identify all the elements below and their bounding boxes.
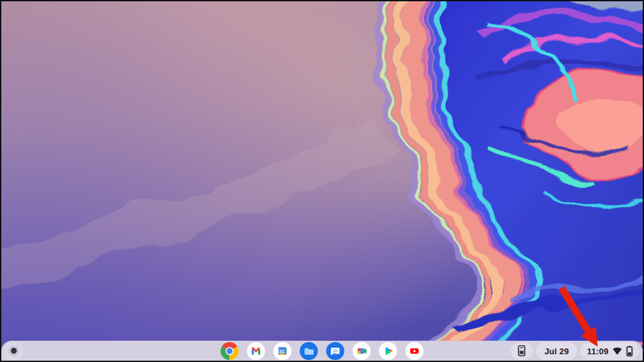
status-area: Jul 29 11:09	[511, 342, 639, 359]
svg-text:31: 31	[279, 348, 285, 354]
play-store-icon	[379, 341, 398, 361]
app-meet-button[interactable]	[352, 341, 372, 361]
meet-icon	[352, 341, 372, 361]
date-label: Jul 29	[544, 346, 569, 356]
app-files-button[interactable]	[299, 341, 319, 361]
phone-icon	[517, 345, 526, 357]
phone-hub-button[interactable]	[511, 342, 533, 359]
shelf: 31	[1, 341, 643, 361]
app-gmail-button[interactable]	[247, 341, 266, 361]
launcher-circle-icon	[8, 346, 19, 356]
desktop: 31	[1, 1, 643, 361]
app-calendar-button[interactable]: 31	[273, 341, 292, 361]
app-youtube-button[interactable]	[405, 341, 424, 361]
system-tray-button[interactable]: 11:09	[580, 342, 639, 359]
messages-icon	[326, 341, 345, 361]
shelf-app-icons: 31	[220, 341, 424, 361]
time-label: 11:09	[587, 346, 609, 356]
app-play-store-button[interactable]	[379, 341, 398, 361]
youtube-icon	[405, 341, 424, 361]
app-chrome-button[interactable]	[220, 341, 240, 361]
gmail-icon	[247, 341, 266, 361]
calendar-icon: 31	[273, 341, 292, 361]
chromebook-screenshot: 31	[0, 0, 644, 362]
date-button[interactable]: Jul 29	[536, 342, 577, 359]
battery-icon	[626, 345, 633, 356]
chrome-icon	[220, 341, 240, 361]
wallpaper-image	[1, 1, 643, 361]
wifi-icon	[612, 347, 622, 355]
files-folder-icon	[299, 341, 319, 361]
app-messages-button[interactable]	[326, 341, 345, 361]
launcher-button[interactable]	[4, 341, 23, 361]
